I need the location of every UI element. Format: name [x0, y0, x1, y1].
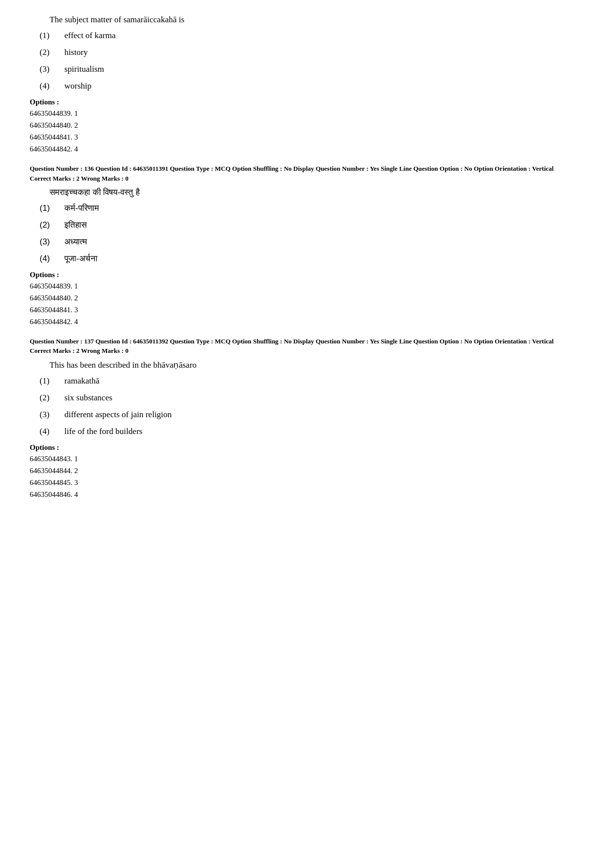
options-label-136: Options :	[30, 271, 584, 279]
option-135-3-number: (3)	[40, 64, 64, 74]
option-136-4: (4) पूजा-अर्चना	[30, 254, 584, 264]
option-136-1: (1) कर्म-परिणाम	[30, 203, 584, 213]
option-code-137-3: 64635044845. 3	[30, 477, 584, 488]
question-136-intro: समराइच्चकहा की विषय-वस्तु है	[30, 188, 584, 197]
option-136-2-text: इतिहास	[64, 220, 87, 230]
option-code-137-2: 64635044844. 2	[30, 465, 584, 477]
question-136-marks: Correct Marks : 2 Wrong Marks : 0	[30, 175, 584, 183]
option-135-4-number: (4)	[40, 81, 64, 91]
options-label-137: Options :	[30, 443, 584, 452]
option-137-1-number: (1)	[40, 376, 64, 386]
option-137-2: (2) six substances	[30, 393, 584, 403]
option-137-4-text: life of the ford builders	[64, 427, 143, 436]
option-code-136-1: 64635044839. 1	[30, 280, 584, 292]
option-135-3: (3) spiritualism	[30, 64, 584, 74]
option-code-137-1: 64635044843. 1	[30, 453, 584, 465]
option-135-2: (2) history	[30, 48, 584, 57]
option-136-4-text: पूजा-अर्चना	[64, 254, 98, 264]
option-137-4-number: (4)	[40, 427, 64, 436]
option-135-2-number: (2)	[40, 48, 64, 57]
option-137-3-text: different aspects of jain religion	[64, 410, 172, 420]
option-code-135-2: 64635044840. 2	[30, 119, 584, 131]
option-136-3-text: अध्यात्म	[64, 237, 87, 247]
question-136-section: Question Number : 136 Question Id : 6463…	[30, 164, 584, 328]
option-136-2-number: (2)	[40, 220, 64, 230]
option-135-1-text: effect of karma	[64, 31, 116, 41]
question-137-meta: Question Number : 137 Question Id : 6463…	[30, 337, 584, 346]
option-137-4: (4) life of the ford builders	[30, 427, 584, 436]
option-136-3: (3) अध्यात्म	[30, 237, 584, 247]
question-135-section: The subject matter of samarāiccakahā is …	[30, 15, 584, 155]
option-137-2-text: six substances	[64, 393, 112, 403]
option-code-137-4: 64635044846. 4	[30, 488, 584, 500]
option-136-3-number: (3)	[40, 237, 64, 247]
question-135-intro: The subject matter of samarāiccakahā is	[30, 15, 584, 25]
option-137-2-number: (2)	[40, 393, 64, 403]
option-code-135-1: 64635044839. 1	[30, 107, 584, 119]
options-section-137: Options : 64635044843. 1 64635044844. 2 …	[30, 443, 584, 500]
option-code-136-3: 64635044841. 3	[30, 304, 584, 316]
options-label-135: Options :	[30, 98, 584, 106]
question-137-marks: Correct Marks : 2 Wrong Marks : 0	[30, 347, 584, 355]
question-137-intro: This has been described in the bhāvaṇāsa…	[30, 360, 584, 370]
option-135-2-text: history	[64, 48, 88, 57]
option-135-3-text: spiritualism	[64, 64, 104, 74]
option-135-4-text: worship	[64, 81, 92, 91]
option-136-4-number: (4)	[40, 254, 64, 264]
option-code-135-3: 64635044841. 3	[30, 131, 584, 143]
option-137-1-text: ramakathā	[64, 376, 100, 386]
question-136-meta: Question Number : 136 Question Id : 6463…	[30, 164, 584, 174]
option-136-2: (2) इतिहास	[30, 220, 584, 230]
option-136-1-number: (1)	[40, 203, 64, 213]
option-137-3-number: (3)	[40, 410, 64, 420]
question-137-section: Question Number : 137 Question Id : 6463…	[30, 337, 584, 501]
option-137-3: (3) different aspects of jain religion	[30, 410, 584, 420]
options-section-136: Options : 64635044839. 1 64635044840. 2 …	[30, 271, 584, 328]
option-137-1: (1) ramakathā	[30, 376, 584, 386]
option-135-1-number: (1)	[40, 31, 64, 41]
options-section-135: Options : 64635044839. 1 64635044840. 2 …	[30, 98, 584, 155]
option-code-136-4: 64635044842. 4	[30, 316, 584, 328]
option-136-1-text: कर्म-परिणाम	[64, 203, 99, 213]
option-135-1: (1) effect of karma	[30, 31, 584, 41]
option-135-4: (4) worship	[30, 81, 584, 91]
option-code-136-2: 64635044840. 2	[30, 292, 584, 304]
option-code-135-4: 64635044842. 4	[30, 143, 584, 155]
